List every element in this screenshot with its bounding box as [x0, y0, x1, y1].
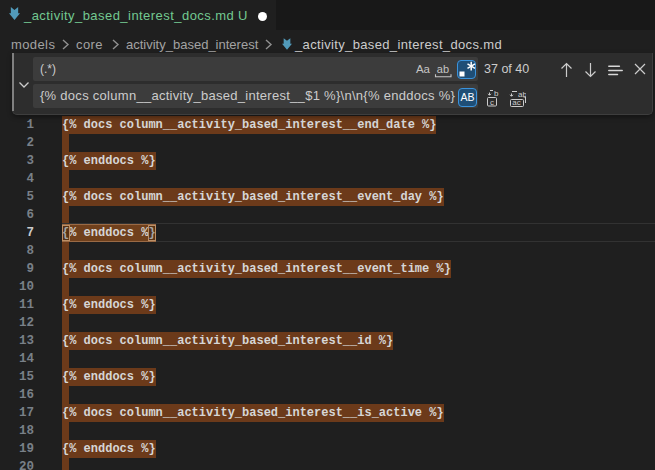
svg-text:c: c — [490, 98, 494, 107]
svg-text:ab: ab — [518, 90, 526, 99]
svg-text:ac: ac — [512, 98, 520, 107]
svg-text:ab: ab — [437, 63, 449, 75]
svg-text:b: b — [494, 89, 499, 98]
